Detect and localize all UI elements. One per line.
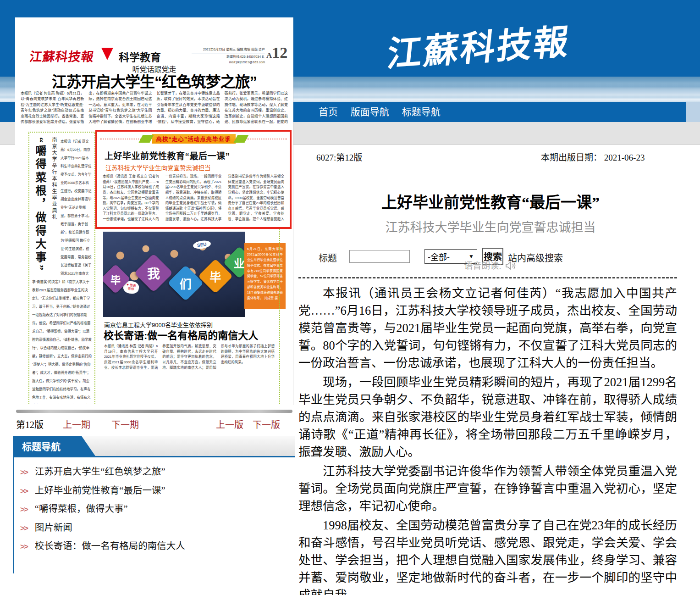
newspaper-masthead: 江蘇科技報 xyxy=(28,47,95,65)
page: 江蘇科技報 首页 版面导航 标题导航 标题 -全部- ▼ 搜索 站内高级搜索 6… xyxy=(0,0,700,595)
nav-right-notch xyxy=(686,102,700,122)
redbox-banner: 高校“走心”活动点亮毕业季 xyxy=(100,134,287,144)
title-nav-item[interactable]: >>“嚼得菜根，做得大事” xyxy=(14,500,295,519)
grad-sign: 们 xyxy=(167,265,204,301)
highlighted-article-box[interactable]: 高校“走心”活动点亮毕业季 上好毕业前党性教育“最后一课” 江苏科技大学毕业生向… xyxy=(95,130,292,229)
seu-badge: SEU xyxy=(193,239,211,250)
bottom-story-body: 本报讯（通讯员 林雯 记者 陶韬）6月19日，南京信息工程大学召开2021年毕业… xyxy=(104,344,275,402)
publish-date: 本期出版日期： 2021-06-23 xyxy=(541,150,645,163)
redbox-title: 上好毕业前党性教育“最后一课” xyxy=(105,149,230,161)
nav-page-guide[interactable]: 版面导航 xyxy=(351,106,389,117)
title-nav-item[interactable]: >>图片新闻 xyxy=(14,519,295,538)
top-story-headline: 江苏开启大学生“红色筑梦之旅” xyxy=(15,70,293,92)
title-nav-header: 标题导航 xyxy=(14,436,295,457)
current-page-label: 第12版 xyxy=(16,417,44,431)
title-nav-tab: 标题导航 xyxy=(14,436,96,457)
redbox-body: 本报讯（通讯员 王会 杨文立 记者何佳芮）“我志愿加入中国共产党……”6月16日… xyxy=(103,174,284,224)
article-title: 上好毕业前党性教育“最后一课” xyxy=(298,190,683,212)
nav-title-guide[interactable]: 标题导航 xyxy=(402,106,441,117)
masthead-triangle-icon xyxy=(101,48,113,60)
redbox-subtitle: 江苏科技大学毕业生向党宣誓忠诚担当 xyxy=(105,163,211,172)
left-story-title: “嚼得菜根，做得大事” xyxy=(32,137,48,273)
left-story-titles: “嚼得菜根，做得大事” 南京大学举行本科生毕业典礼 xyxy=(32,136,61,274)
title-nav-section: 标题导航 >>江苏开启大学生“红色筑梦之旅” >>上好毕业前党性教育“最后一课”… xyxy=(13,436,295,573)
banner-green-shape xyxy=(233,135,248,143)
dashed-separator xyxy=(298,277,677,278)
next-page-link[interactable]: 下一版 xyxy=(253,417,280,431)
top-story-body: 本报讯（记者 何佳芮 陶韬）6月21日，以“青春向党筑梦未来 百年风华再启新程”… xyxy=(21,91,288,130)
chevrons-icon: >> xyxy=(20,487,28,495)
chevrons-icon: >> xyxy=(20,542,28,551)
horizontal-divider xyxy=(16,410,292,413)
title-nav-list: >>江苏开启大学生“红色筑梦之旅” >>上好毕业前党性教育“最后一课” >>“嚼… xyxy=(14,463,295,556)
article-subtitle: 江苏科技大学毕业生向党宣誓忠诚担当 xyxy=(298,217,683,235)
speaker-icon[interactable] xyxy=(505,261,517,271)
tts-label: 语音朗读: xyxy=(464,261,501,271)
publish-date-label: 本期出版日期： xyxy=(541,153,602,162)
chevrons-icon: >> xyxy=(20,505,28,514)
article-paragraph: 1998届校友、全国劳动模范曾富贵分享了自己在党23年的成长经历和奋斗感悟，号召… xyxy=(298,517,677,595)
next-issue-link[interactable]: 下一期 xyxy=(111,417,139,431)
bottom-story-headline: 校长寄语:做一名有格局的南信大人 xyxy=(104,327,258,342)
title-nav-item[interactable]: >>江苏开启大学生“红色筑梦之旅” xyxy=(14,463,295,482)
left-story: “嚼得菜根，做得大事” 南京大学举行本科生毕业典礼 本报讯（记者 夏文燕）6月2… xyxy=(28,132,95,404)
title-nav-item[interactable]: >>校长寄语：做一名有格局的南信大人 xyxy=(14,537,295,556)
newspaper-meta: 2021年6月23日 星期三 编辑:陶韬 组版:合产 新闻热线:025-8450… xyxy=(192,47,265,66)
article-paragraph: 本报讯（通讯员王会杨文立记者何佳芮）“我志愿加入中国共产党……”6月16日，江苏… xyxy=(298,284,677,372)
publish-date-value: 2021-06-23 xyxy=(604,153,645,162)
newspaper-section: 科学教育 xyxy=(119,49,161,64)
newspaper-page-image[interactable]: 江蘇科技報 科学教育 2021年6月23日 星期三 编辑:陶韬 组版:合产 新闻… xyxy=(15,17,293,405)
tts-row: 语音朗读: xyxy=(298,259,683,271)
dotted-rule xyxy=(247,139,287,139)
prev-issue-link[interactable]: 上一期 xyxy=(63,417,90,431)
article-paragraph: 江苏科技大学党委副书记许俊华作为领誓人带领全体党员重温入党誓词。全场党员面向党旗… xyxy=(298,462,677,515)
prev-page-link[interactable]: 上一版 xyxy=(216,417,243,431)
article-paragraph: 现场，一段回顾毕业生党员精彩瞬间的短片，再现了2021届1299名毕业生党员只争… xyxy=(298,373,677,461)
redbox-banner-label: 高校“走心”活动点亮毕业季 xyxy=(152,134,236,144)
chevrons-icon: >> xyxy=(20,524,28,533)
nav-home[interactable]: 首页 xyxy=(319,106,338,117)
graduation-photo: SEU ♥ 感谢老师 毕 我 们 毕 业 xyxy=(103,232,245,317)
grad-sign: 我 xyxy=(134,254,173,293)
article-body: 本报讯（通讯员王会杨文立记者何佳芮）“我志愿加入中国共产党……”6月16日，江苏… xyxy=(298,284,677,595)
title-nav-item[interactable]: >>上好毕业前党性教育“最后一课” xyxy=(14,482,295,500)
newspaper-page-number: A12 xyxy=(266,44,287,61)
chevrons-icon: >> xyxy=(20,468,28,477)
newspaper-date-line: 2021年6月23日 星期三 编辑:陶韬 组版:合产 xyxy=(192,47,265,54)
issue-number: 6027:第12版 xyxy=(316,150,362,163)
left-story-side-title: 南京大学举行本科生毕业典礼 xyxy=(50,137,58,270)
green-dotted-rule xyxy=(279,229,280,404)
dotted-rule xyxy=(100,139,141,139)
